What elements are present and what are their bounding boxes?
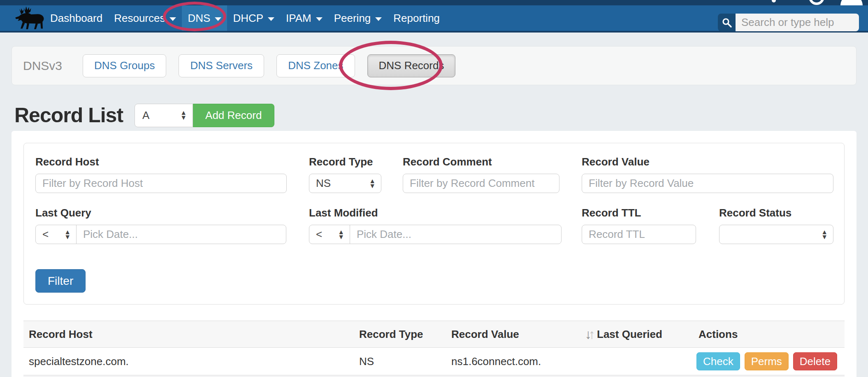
- record-value-input[interactable]: [582, 174, 833, 193]
- search-icon[interactable]: [718, 14, 736, 31]
- cell-record-host: specialtestzone.com.: [23, 355, 359, 368]
- last-modified-date-input[interactable]: [350, 225, 562, 244]
- notification-dot-icon: [772, 0, 776, 2]
- nav-item-reporting[interactable]: Reporting: [388, 5, 446, 31]
- check-button[interactable]: Check: [696, 352, 740, 370]
- nav-item-dns[interactable]: DNS: [182, 5, 227, 31]
- table-row: specialtestzone.com. NS ns1.6connect.com…: [23, 348, 845, 375]
- next-row-partial: [23, 375, 845, 377]
- nav-label: Dashboard: [50, 12, 102, 25]
- record-status-label: Record Status: [719, 207, 833, 219]
- filter-field-record-comment: Record Comment: [403, 156, 559, 193]
- record-type-selected-value: A: [142, 109, 149, 122]
- cell-actions: Check Perms Delete: [692, 352, 845, 370]
- help-circle-icon[interactable]: [809, 0, 824, 5]
- nav-label: DNS: [188, 12, 210, 25]
- last-modified-label: Last Modified: [309, 207, 562, 219]
- record-host-label: Record Host: [35, 156, 287, 168]
- filter-field-record-type: Record Type NS ▲▼: [309, 156, 381, 193]
- add-record-group: A ▲▼ Add Record: [135, 104, 274, 127]
- record-comment-label: Record Comment: [403, 156, 559, 168]
- last-modified-operator-value: <: [316, 228, 322, 241]
- filter-panel: Record Host Record Type NS ▲▼ Record Com…: [23, 143, 845, 305]
- record-value-label: Record Value: [582, 156, 833, 168]
- nav-item-dhcp[interactable]: DHCP: [227, 5, 280, 31]
- select-stepper-icon: ▲▼: [369, 179, 376, 188]
- col-header-record-value: Record Value: [451, 328, 585, 341]
- nav-item-resources[interactable]: Resources: [108, 5, 182, 31]
- table-header-row: Record Host Record Type Record Value ↓ ↑…: [23, 321, 845, 348]
- nav-label: Peering: [334, 12, 371, 25]
- record-status-select[interactable]: ▲▼: [719, 225, 833, 244]
- dns-records-page: Dashboard Resources DNS DHCP IPAM Peerin…: [0, 0, 868, 377]
- search-input[interactable]: [736, 14, 859, 31]
- filter-field-record-value: Record Value: [582, 156, 833, 193]
- nav-label: Resources: [114, 12, 165, 25]
- col-header-actions: Actions: [692, 328, 845, 341]
- last-queried-header-label: Last Queried: [597, 328, 662, 341]
- filter-field-last-query: Last Query < ▲▼: [35, 207, 287, 244]
- dnsv3-title: DNSv3: [23, 59, 62, 73]
- add-record-button[interactable]: Add Record: [193, 104, 274, 127]
- filter-field-record-status: Record Status ▲▼: [719, 207, 833, 244]
- col-header-record-type: Record Type: [359, 328, 451, 341]
- select-stepper-icon: ▲▼: [64, 230, 71, 239]
- last-query-date-input[interactable]: [76, 225, 286, 244]
- sort-ascending-icon: ↑: [589, 327, 595, 342]
- last-query-label: Last Query: [35, 207, 287, 219]
- filter-field-record-ttl: Record TTL: [582, 207, 696, 244]
- main-navbar: Dashboard Resources DNS DHCP IPAM Peerin…: [0, 5, 868, 33]
- select-stepper-icon: ▲▼: [338, 230, 344, 239]
- nav-menu: Dashboard Resources DNS DHCP IPAM Peerin…: [44, 5, 446, 31]
- last-query-operator-select[interactable]: < ▲▼: [35, 225, 77, 244]
- tab-dns-zones[interactable]: DNS Zones: [276, 54, 355, 77]
- tab-dns-groups[interactable]: DNS Groups: [83, 54, 166, 77]
- record-list-card: Record Host Record Type NS ▲▼ Record Com…: [12, 131, 856, 377]
- last-modified-combo: < ▲▼: [309, 225, 562, 244]
- record-comment-input[interactable]: [403, 174, 559, 193]
- filter-field-last-modified: Last Modified < ▲▼: [309, 207, 562, 244]
- record-type-filter-select[interactable]: NS ▲▼: [309, 174, 381, 193]
- col-header-last-queried[interactable]: ↓ ↑ Last Queried: [585, 327, 692, 342]
- record-list-header: Record List A ▲▼ Add Record: [14, 100, 274, 130]
- record-type-select[interactable]: A ▲▼: [135, 104, 193, 127]
- last-query-operator-value: <: [42, 228, 49, 241]
- nav-item-dashboard[interactable]: Dashboard: [44, 5, 108, 31]
- select-stepper-icon: ▲▼: [821, 230, 828, 239]
- perms-button[interactable]: Perms: [745, 352, 789, 370]
- chevron-down-icon: [268, 17, 274, 21]
- nav-item-peering[interactable]: Peering: [328, 5, 388, 31]
- col-header-record-host: Record Host: [23, 328, 359, 341]
- filter-submit-button[interactable]: Filter: [35, 269, 86, 293]
- chevron-down-icon: [316, 17, 323, 21]
- last-modified-operator-select[interactable]: < ▲▼: [309, 225, 350, 244]
- global-search: [718, 14, 859, 31]
- record-ttl-input[interactable]: [582, 225, 696, 244]
- chevron-down-icon: [215, 17, 221, 21]
- select-stepper-icon: ▲▼: [180, 110, 187, 120]
- records-table: Record Host Record Type Record Value ↓ ↑…: [23, 321, 845, 377]
- cell-record-value: ns1.6connect.com.: [451, 355, 585, 368]
- record-type-label: Record Type: [309, 156, 381, 168]
- filter-field-record-host: Record Host: [35, 156, 287, 193]
- tab-dns-servers[interactable]: DNS Servers: [179, 54, 264, 77]
- record-host-input[interactable]: [35, 174, 287, 193]
- nav-label: Reporting: [393, 12, 440, 25]
- delete-button[interactable]: Delete: [793, 352, 837, 370]
- record-ttl-label: Record TTL: [582, 207, 696, 219]
- top-utility-strip: [0, 0, 868, 5]
- cell-record-type: NS: [359, 355, 451, 368]
- last-query-combo: < ▲▼: [35, 225, 287, 244]
- dnsv3-toolbar: DNSv3 DNS Groups DNS Servers DNS Zones D…: [12, 46, 856, 85]
- page-title: Record List: [14, 103, 123, 127]
- nav-label: DHCP: [233, 12, 263, 25]
- chevron-down-icon: [375, 17, 382, 21]
- record-type-filter-value: NS: [316, 177, 331, 190]
- chevron-down-icon: [169, 17, 176, 21]
- tab-dns-records[interactable]: DNS Records: [367, 54, 456, 77]
- nav-item-ipam[interactable]: IPAM: [280, 5, 328, 31]
- user-avatar-icon[interactable]: [840, 0, 863, 5]
- nav-label: IPAM: [286, 12, 311, 25]
